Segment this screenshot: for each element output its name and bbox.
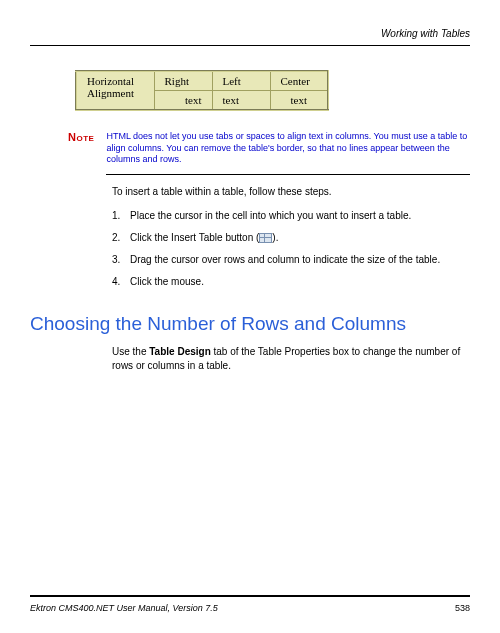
- footer: Ektron CMS400.NET User Manual, Version 7…: [30, 595, 470, 613]
- section-body-a: Use the: [112, 346, 149, 357]
- running-header: Working with Tables: [30, 28, 470, 39]
- col-head-center: Center: [270, 71, 328, 91]
- col-head-right: Right: [154, 71, 212, 91]
- alignment-label-line1: Horizontal: [87, 75, 134, 87]
- cell-right: text: [154, 91, 212, 111]
- note-label: Note: [68, 131, 94, 143]
- step-3: Drag the cursor over rows and column to …: [112, 253, 470, 267]
- step-2-text-a: Click the Insert Table button (: [130, 232, 259, 243]
- alignment-label-cell: Horizontal Alignment: [76, 71, 154, 110]
- intro-text: To insert a table within a table, follow…: [112, 185, 470, 199]
- header-rule: [30, 45, 470, 46]
- table-design-tab-name: Table Design: [149, 346, 211, 357]
- insert-table-icon: [259, 233, 272, 243]
- alignment-label-line2: Alignment: [87, 87, 134, 99]
- footer-left: Ektron CMS400.NET User Manual, Version 7…: [30, 603, 218, 613]
- note-block: Note HTML does not let you use tabs or s…: [68, 131, 470, 175]
- cell-left: text: [212, 91, 270, 111]
- note-text: HTML does not let you use tabs or spaces…: [106, 131, 470, 175]
- step-list: Place the cursor in the cell into which …: [112, 209, 470, 289]
- alignment-example-table: Horizontal Alignment Right Left Center t…: [75, 70, 329, 111]
- step-2-text-b: ).: [272, 232, 278, 243]
- step-1: Place the cursor in the cell into which …: [112, 209, 470, 223]
- step-2: Click the Insert Table button ().: [112, 231, 470, 245]
- page-number: 538: [455, 603, 470, 613]
- section-heading: Choosing the Number of Rows and Columns: [30, 313, 470, 335]
- col-head-left: Left: [212, 71, 270, 91]
- section-body: Use the Table Design tab of the Table Pr…: [112, 345, 470, 373]
- step-4: Click the mouse.: [112, 275, 470, 289]
- cell-center: text: [270, 91, 328, 111]
